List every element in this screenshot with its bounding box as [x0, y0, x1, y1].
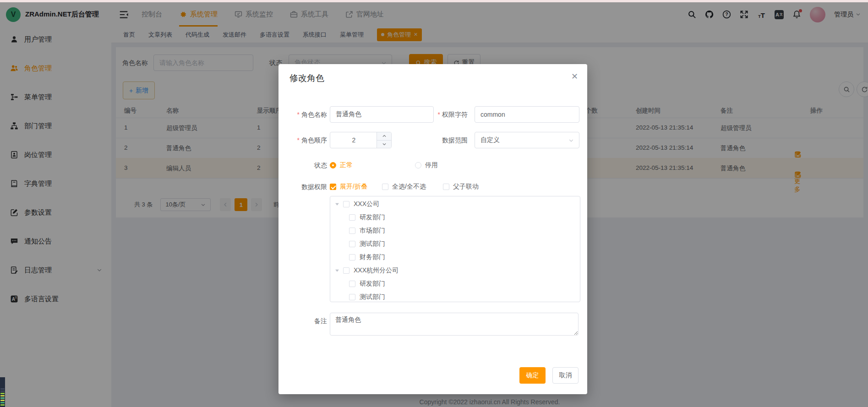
stepper-controls — [377, 132, 391, 148]
data-scope-select[interactable]: 自定义 — [475, 132, 579, 148]
tree-checkbox[interactable] — [349, 241, 355, 247]
stepper-down-button[interactable] — [377, 141, 391, 148]
checkbox-box — [443, 184, 449, 190]
tree-node-child[interactable]: 财务部门 — [330, 250, 580, 264]
tree-node-label: XXX杭州分公司 — [354, 266, 399, 275]
checkbox-label: 全选/全不选 — [392, 183, 426, 191]
data-perm-label: 数据权限 — [278, 179, 327, 195]
tree-expand-icon[interactable] — [334, 267, 340, 274]
confirm-button[interactable]: 确定 — [519, 367, 546, 384]
tree-node-child[interactable]: 测试部门 — [330, 237, 580, 250]
tree-node-child[interactable]: 市场部门 — [330, 224, 580, 237]
chevron-down-icon — [568, 138, 573, 143]
role-order-label: 角色顺序 — [278, 132, 327, 148]
perm-char-label: 权限字符 — [416, 106, 468, 123]
data-scope-label: 数据范围 — [416, 132, 468, 148]
radio-dot — [330, 162, 336, 168]
tree-node-parent[interactable]: XXX公司 — [330, 197, 580, 211]
remark-label: 备注 — [278, 313, 327, 329]
role-name-label: 角色名称 — [278, 106, 327, 123]
radio-dot — [415, 162, 421, 168]
parent-child-link-checkbox[interactable]: 父子联动 — [443, 182, 479, 191]
tree-expand-icon[interactable] — [334, 201, 340, 207]
radio-label: 正常 — [340, 161, 353, 169]
tree-node-label: 研发部门 — [360, 280, 385, 288]
tree-node-child[interactable]: 研发部门 — [330, 277, 580, 290]
app-window: V ZRAdmin.NET后台管理 用户管理 角色管理 菜单管理 — [0, 0, 868, 407]
tree-node-label: 测试部门 — [360, 240, 385, 248]
tree-node-child[interactable]: 研发部门 — [330, 211, 580, 224]
tree-node-label: 市场部门 — [360, 227, 385, 235]
role-order-stepper[interactable] — [330, 132, 392, 148]
edit-role-dialog: 修改角色 ✕ 角色名称 权限字符 角色顺序 数据范围 自定义 — [278, 64, 587, 394]
select-all-checkbox[interactable]: 全选/全不选 — [382, 182, 426, 191]
perm-char-input[interactable] — [475, 106, 579, 123]
expand-collapse-checkbox[interactable]: 展开/折叠 — [330, 182, 367, 191]
cancel-button[interactable]: 取消 — [552, 367, 579, 384]
tree-checkbox[interactable] — [343, 267, 349, 274]
radio-label: 停用 — [425, 161, 438, 169]
tree-node-label: XXX公司 — [354, 200, 379, 208]
status-radio-normal[interactable]: 正常 — [330, 161, 353, 170]
tree-checkbox[interactable] — [349, 228, 355, 234]
tree-node-child[interactable]: 测试部门 — [330, 290, 580, 302]
checkbox-label: 展开/折叠 — [340, 183, 367, 191]
tree-node-label: 测试部门 — [360, 293, 385, 301]
tree-node-label: 财务部门 — [360, 253, 385, 261]
window-edge-strip — [0, 0, 868, 2]
department-tree: XXX公司 研发部门 市场部门 测试部门 财务部门 — [330, 196, 580, 302]
tree-checkbox[interactable] — [349, 254, 355, 260]
status-radio-disabled[interactable]: 停用 — [415, 161, 438, 170]
stepper-up-button[interactable] — [377, 132, 391, 141]
status-label: 状态 — [278, 157, 327, 174]
checkbox-box — [382, 184, 388, 190]
dialog-title: 修改角色 — [289, 72, 324, 84]
close-icon[interactable]: ✕ — [571, 71, 578, 81]
taskbar-activity-widget[interactable] — [0, 377, 5, 407]
remark-textarea[interactable]: 普通角色 — [330, 313, 579, 336]
tree-node-label: 研发部门 — [360, 213, 385, 222]
checkbox-label: 父子联动 — [453, 183, 479, 191]
tree-checkbox[interactable] — [343, 201, 349, 207]
tree-checkbox[interactable] — [349, 214, 355, 221]
checkbox-box — [330, 184, 336, 190]
tree-checkbox[interactable] — [349, 281, 355, 287]
data-scope-value: 自定义 — [480, 136, 500, 144]
tree-checkbox[interactable] — [349, 294, 355, 300]
tree-node-parent[interactable]: XXX杭州分公司 — [330, 264, 580, 277]
